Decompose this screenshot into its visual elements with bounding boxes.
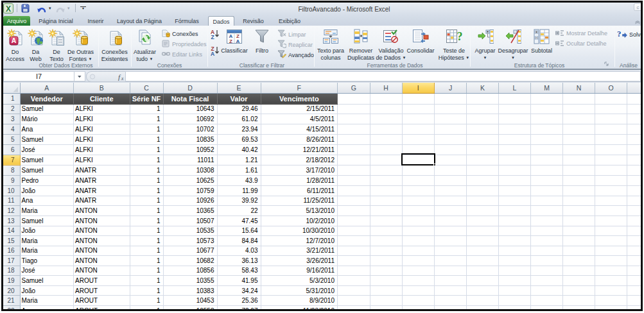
svg-text:?: ? <box>457 30 463 43</box>
svg-text:x: x <box>121 76 124 81</box>
svg-text:Z: Z <box>229 38 232 44</box>
svg-text:A: A <box>236 38 240 44</box>
svg-text:?: ? <box>617 30 622 38</box>
svg-text:A: A <box>11 37 16 44</box>
svg-text:Z: Z <box>211 34 214 40</box>
svg-text:A: A <box>211 51 214 56</box>
